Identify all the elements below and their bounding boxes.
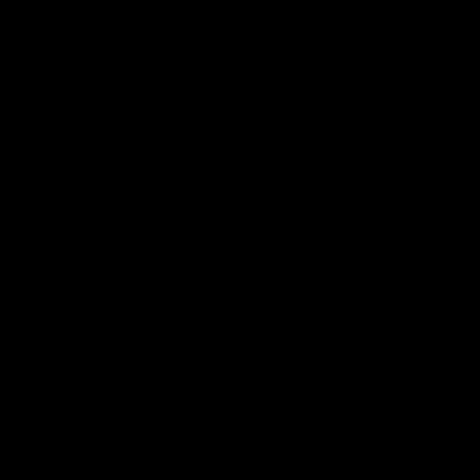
chart-container: { "watermark": "TheBottleneck.com", "col… bbox=[0, 0, 476, 476]
bottleneck-chart bbox=[0, 0, 476, 476]
